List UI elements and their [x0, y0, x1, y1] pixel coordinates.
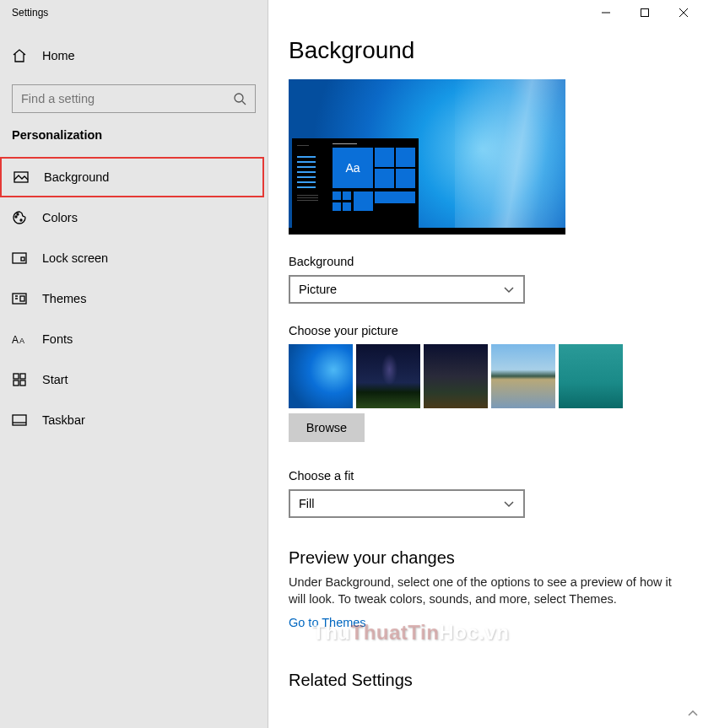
nav-label: Lock screen	[42, 251, 108, 265]
category-header: Personalization	[0, 128, 268, 157]
preview-description: Under Background, select one of the opti…	[289, 574, 677, 607]
content-pane: Background Aa	[268, 0, 703, 728]
svg-rect-1	[641, 9, 649, 17]
svg-text:A: A	[19, 337, 24, 345]
choose-picture-label: Choose your picture	[289, 324, 703, 337]
chevron-down-icon	[503, 498, 515, 510]
svg-point-4	[235, 94, 243, 102]
svg-rect-19	[20, 380, 25, 386]
background-dropdown[interactable]: Picture	[289, 275, 525, 304]
minimize-button[interactable]	[587, 0, 625, 25]
picture-thumb-3[interactable]	[424, 344, 488, 408]
home-nav[interactable]: Home	[0, 37, 268, 74]
nav-label: Colors	[42, 211, 78, 224]
picture-thumbnails	[289, 344, 703, 408]
dropdown-value: Picture	[299, 283, 337, 296]
nav-start[interactable]: Start	[0, 359, 268, 400]
nav-label: Start	[42, 373, 68, 386]
home-icon	[12, 48, 27, 63]
nav-label: Background	[44, 170, 109, 184]
dropdown-value: Fill	[299, 497, 315, 510]
nav-label: Fonts	[42, 332, 73, 346]
maximize-button[interactable]	[625, 0, 664, 25]
window-title: Settings	[12, 7, 48, 19]
background-label: Background	[289, 255, 703, 268]
fit-dropdown[interactable]: Fill	[289, 489, 525, 518]
close-button[interactable]	[664, 0, 703, 25]
start-icon	[12, 372, 27, 387]
svg-line-5	[242, 101, 246, 105]
go-to-themes-link[interactable]: Go to Themes	[289, 616, 366, 629]
picture-thumb-4[interactable]	[491, 344, 555, 408]
desktop-preview: Aa	[289, 79, 565, 235]
nav-background[interactable]: Background	[0, 157, 264, 197]
nav-fonts[interactable]: AA Fonts	[0, 319, 268, 359]
search-icon	[233, 92, 246, 105]
search-input[interactable]	[21, 92, 233, 105]
browse-button[interactable]: Browse	[289, 413, 365, 442]
page-title: Background	[289, 37, 703, 64]
fonts-icon: AA	[12, 332, 27, 347]
palette-icon	[12, 210, 27, 225]
related-settings-heading: Related Settings	[289, 671, 703, 690]
wallpaper-light	[455, 79, 565, 235]
taskbar-preview	[289, 228, 565, 235]
nav-label: Themes	[42, 292, 86, 305]
picture-thumb-2[interactable]	[356, 344, 420, 408]
picture-thumb-5[interactable]	[559, 344, 623, 408]
search-box[interactable]	[12, 84, 256, 113]
scroll-up-button[interactable]	[686, 707, 700, 720]
svg-text:A: A	[12, 334, 19, 345]
preview-heading: Preview your changes	[289, 548, 703, 568]
svg-rect-20	[13, 415, 26, 425]
window-controls	[587, 0, 703, 25]
startmenu-preview: Aa	[292, 138, 419, 231]
lockscreen-icon	[12, 251, 27, 266]
picture-icon	[14, 170, 29, 185]
taskbar-icon	[12, 413, 27, 428]
picture-thumb-1[interactable]	[289, 344, 353, 408]
svg-point-8	[17, 213, 19, 215]
svg-rect-11	[21, 257, 24, 261]
tile-sample: Aa	[333, 148, 373, 188]
chevron-down-icon	[503, 283, 515, 295]
svg-rect-18	[14, 380, 19, 386]
svg-rect-16	[14, 374, 19, 379]
nav-themes[interactable]: Themes	[0, 278, 268, 319]
svg-point-7	[15, 216, 17, 218]
themes-icon	[12, 291, 27, 306]
svg-rect-17	[20, 374, 25, 379]
nav-colors[interactable]: Colors	[0, 197, 268, 238]
sidebar: Home Personalization Background Colors L…	[0, 0, 268, 728]
nav-lockscreen[interactable]: Lock screen	[0, 238, 268, 278]
svg-point-9	[20, 219, 22, 221]
nav-label: Taskbar	[42, 413, 85, 427]
nav-taskbar[interactable]: Taskbar	[0, 400, 268, 440]
home-label: Home	[42, 49, 75, 62]
fit-label: Choose a fit	[289, 469, 703, 483]
svg-rect-13	[20, 296, 24, 301]
